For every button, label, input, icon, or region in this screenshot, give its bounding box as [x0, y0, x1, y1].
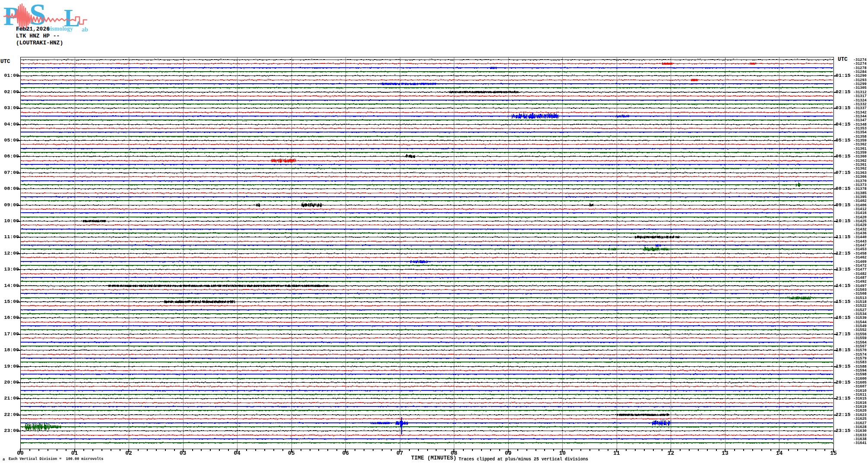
right-quarter-label: 11:15: [836, 234, 851, 239]
right-quarter-label: 09:15: [836, 202, 851, 208]
right-quarter-label: 20:15: [836, 379, 851, 385]
left-hour-label: 10:00: [0, 218, 19, 224]
helicorder-page: { "logo": { "letters": ["P","S","L"], "w…: [0, 0, 868, 466]
left-hour-label: 16:00: [0, 315, 19, 320]
left-hour-label: 15:00: [0, 299, 19, 304]
corner-mark: a: [3, 457, 5, 462]
x-axis-tick-label: 04: [234, 450, 241, 457]
x-axis-tick-label: 15: [830, 450, 837, 457]
left-hour-label: 12:00: [0, 250, 19, 256]
x-axis-tick-label: 09: [505, 450, 512, 457]
right-quarter-label: 18:15: [836, 347, 851, 353]
right-quarter-label: 01:15: [836, 72, 851, 78]
left-hour-label: 14:00: [0, 283, 19, 288]
right-quarter-label: 06:15: [836, 153, 851, 159]
left-hour-label: 01:00: [0, 72, 19, 78]
left-hour-label: 08:00: [0, 186, 19, 191]
right-quarter-label: 13:15: [836, 266, 851, 272]
right-quarter-label: 02:15: [836, 89, 851, 94]
right-quarter-label: 16:15: [836, 315, 851, 320]
left-hour-label: 03:00: [0, 105, 19, 110]
left-hour-label: 23:00: [0, 428, 19, 433]
left-hour-label: 20:00: [0, 379, 19, 385]
x-axis-tick-label: 11: [613, 450, 620, 457]
right-quarter-label: 12:15: [836, 250, 851, 256]
x-axis-title: TIME (MINUTES): [411, 455, 456, 461]
left-hour-label: 09:00: [0, 202, 19, 208]
x-axis-tick-label: 03: [180, 450, 187, 457]
left-hour-label: 06:00: [0, 153, 19, 159]
right-quarter-label: 21:15: [836, 395, 851, 401]
right-quarter-label: 03:15: [836, 105, 851, 110]
left-hour-label: 19:00: [0, 363, 19, 369]
right-quarter-label: 05:15: [836, 137, 851, 143]
left-hour-label: 21:00: [0, 395, 19, 401]
x-axis-tick-label: 01: [71, 450, 78, 457]
trace-offset-value: -31641: [853, 441, 867, 445]
left-hour-label: 04:00: [0, 121, 19, 127]
right-quarter-label: 22:15: [836, 412, 851, 417]
right-quarter-label: 23:15: [836, 428, 851, 433]
x-axis-tick-label: 07: [396, 450, 403, 457]
right-quarter-label: 19:15: [836, 363, 851, 369]
x-axis-tick-label: 05: [288, 450, 295, 457]
scale-note: Each Vertical Division = 100.00 microvol…: [9, 457, 103, 461]
x-axis-tick-label: 06: [342, 450, 349, 457]
left-hour-label: 17:00: [0, 331, 19, 337]
left-hour-label: 11:00: [0, 234, 19, 239]
x-axis-tick-label: 14: [776, 450, 783, 457]
x-axis-tick-label: 10: [559, 450, 566, 457]
right-quarter-label: 14:15: [836, 283, 851, 288]
left-hour-label: 13:00: [0, 266, 19, 272]
left-hour-label: 22:00: [0, 412, 19, 417]
x-axis-tick-label: 12: [668, 450, 675, 457]
seismogram-canvas: [0, 0, 868, 466]
right-quarter-label: 10:15: [836, 218, 851, 224]
right-quarter-label: 07:15: [836, 170, 851, 175]
clip-note: Traces clipped at plus/minus 25 vertical…: [459, 457, 588, 462]
right-quarter-label: 08:15: [836, 186, 851, 191]
left-hour-label: 05:00: [0, 137, 19, 143]
left-hour-label: 02:00: [0, 89, 19, 94]
right-quarter-label: 04:15: [836, 121, 851, 127]
left-hour-label: 07:00: [0, 170, 19, 175]
right-quarter-label: 17:15: [836, 331, 851, 337]
x-axis-tick-label: 00: [17, 450, 24, 457]
x-axis-tick-label: 13: [722, 450, 729, 457]
right-quarter-label: 15:15: [836, 299, 851, 304]
left-hour-label: 18:00: [0, 347, 19, 353]
x-axis-tick-label: 02: [125, 450, 132, 457]
